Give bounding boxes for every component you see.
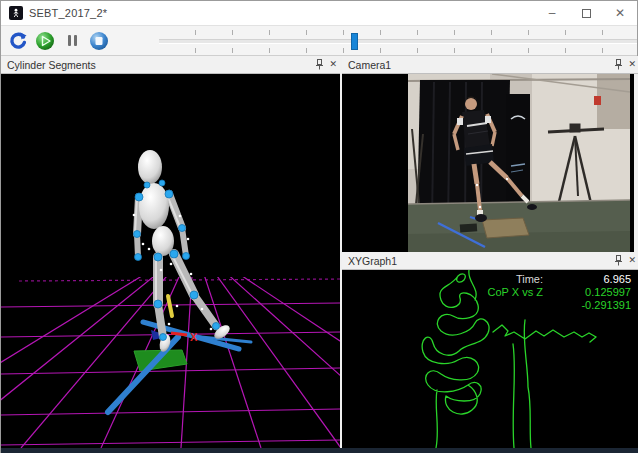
pause-button[interactable] (60, 29, 84, 53)
panel-close-icon[interactable]: ✕ (628, 256, 636, 265)
stop-icon (89, 31, 109, 51)
panel-title: Camera1 (348, 59, 391, 71)
time-value: 6.965 (557, 273, 631, 285)
timeline-track[interactable] (159, 39, 637, 44)
panel-header-cylinder-segments: Cylinder Segments ✕ (1, 56, 340, 74)
timeline-thumb[interactable] (351, 33, 358, 50)
minimize-button[interactable]: – (535, 1, 569, 25)
cop-x-value: 0.125997 (557, 286, 631, 298)
panel-title: XYGraph1 (348, 255, 397, 267)
pin-icon[interactable] (614, 255, 623, 266)
window-bottom-edge (1, 448, 638, 453)
panel-close-icon[interactable]: ✕ (329, 60, 337, 69)
camera-frame (342, 74, 638, 252)
pin-icon[interactable] (315, 59, 324, 70)
model-3d-viewport[interactable]: X (1, 74, 340, 448)
timeline-ticks-top (159, 30, 637, 35)
series-label: CoP X vs Z (488, 286, 543, 298)
application-window: SEBT_2017_2* – ✕ (0, 0, 638, 453)
play-icon (35, 31, 55, 51)
replay-button[interactable] (6, 29, 30, 53)
timeline-slider[interactable] (159, 26, 637, 57)
stop-button[interactable] (87, 29, 111, 53)
maximize-button[interactable] (569, 1, 603, 25)
window-title: SEBT_2017_2* (29, 7, 107, 19)
app-logo-icon (9, 6, 23, 20)
camera-video-viewport[interactable] (342, 74, 638, 252)
panel-close-icon[interactable]: ✕ (628, 60, 636, 69)
time-label: Time: (488, 273, 543, 285)
panel-header-xygraph1: XYGraph1 ✕ (342, 252, 638, 270)
pin-icon[interactable] (614, 59, 623, 70)
panel-title: Cylinder Segments (7, 59, 96, 71)
axis-x-label: X (190, 331, 198, 343)
cop-z-value: -0.291391 (557, 299, 631, 311)
playback-toolbar (1, 25, 637, 56)
play-button[interactable] (33, 29, 57, 53)
pause-icon (68, 35, 77, 46)
replay-icon (8, 31, 28, 51)
close-button[interactable]: ✕ (603, 1, 637, 25)
maximize-icon (582, 9, 591, 18)
graph-readout: Time: 6.965 CoP X vs Z 0.125997 -0.29139… (488, 273, 631, 311)
cop-graph-viewport[interactable]: Time: 6.965 CoP X vs Z 0.125997 -0.29139… (342, 270, 638, 448)
title-bar: SEBT_2017_2* – ✕ (1, 1, 637, 25)
panel-header-camera1: Camera1 ✕ (342, 56, 638, 74)
window-controls: – ✕ (535, 1, 637, 25)
timeline-ticks-bottom (159, 48, 637, 53)
